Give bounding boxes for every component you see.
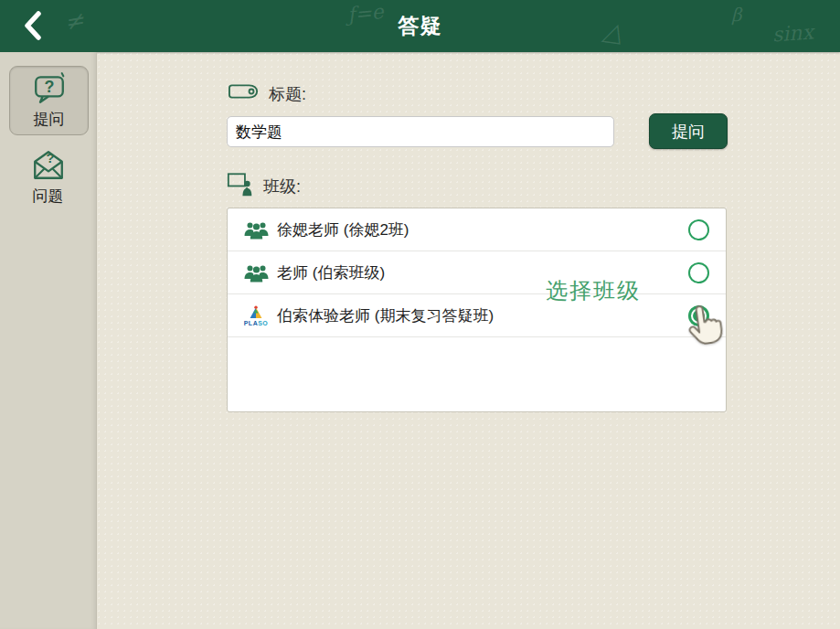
class-row[interactable]: PLASO 伯索体验老师 (期末复习答疑班): [228, 294, 726, 337]
class-field-label-text: 班级:: [263, 176, 301, 197]
submit-question-button[interactable]: 提问: [649, 113, 728, 149]
sidebar-item-questions[interactable]: ? 问题: [9, 144, 87, 211]
class-list: 徐媤老师 (徐媤2班) 老师 (伯索班级): [227, 208, 727, 412]
group-icon: [240, 263, 271, 283]
class-field-label: 班级:: [227, 171, 301, 201]
tag-icon: [229, 82, 260, 105]
sidebar-item-ask[interactable]: ? 提问: [9, 66, 89, 135]
title-field-label-text: 标题:: [269, 83, 306, 105]
question-mail-icon: ?: [31, 148, 66, 183]
class-row[interactable]: 徐媤老师 (徐媤2班): [228, 208, 726, 251]
radio-button-selected[interactable]: [688, 305, 709, 326]
plaso-logo-text: PLASO: [244, 320, 269, 326]
sidebar-item-label: 问题: [33, 186, 64, 207]
radio-button[interactable]: [688, 262, 709, 283]
select-class-annotation: 选择班级: [546, 276, 641, 305]
radio-button[interactable]: [688, 219, 709, 240]
class-name: 伯索体验老师 (期末复习答疑班): [277, 305, 688, 326]
class-row[interactable]: 老师 (伯索班级): [228, 251, 726, 294]
svg-text:?: ?: [44, 78, 54, 96]
presenter-board-icon: [227, 171, 254, 201]
header-bar: ≠ ƒ=e △ sinx β 答疑: [0, 0, 840, 52]
title-field-label: 标题:: [229, 82, 306, 105]
sidebar: ? 提问 ? 问题: [0, 52, 97, 629]
group-icon: [240, 220, 271, 240]
svg-text:?: ?: [46, 151, 54, 165]
app-window: ≠ ƒ=e △ sinx β 答疑 ? 提问: [0, 0, 840, 629]
title-input[interactable]: [227, 116, 614, 147]
question-bubble-icon: ?: [32, 71, 67, 106]
plaso-logo: PLASO: [240, 305, 271, 326]
class-name: 徐媤老师 (徐媤2班): [277, 219, 688, 240]
sidebar-item-label: 提问: [34, 109, 65, 130]
page-title: 答疑: [0, 0, 840, 52]
